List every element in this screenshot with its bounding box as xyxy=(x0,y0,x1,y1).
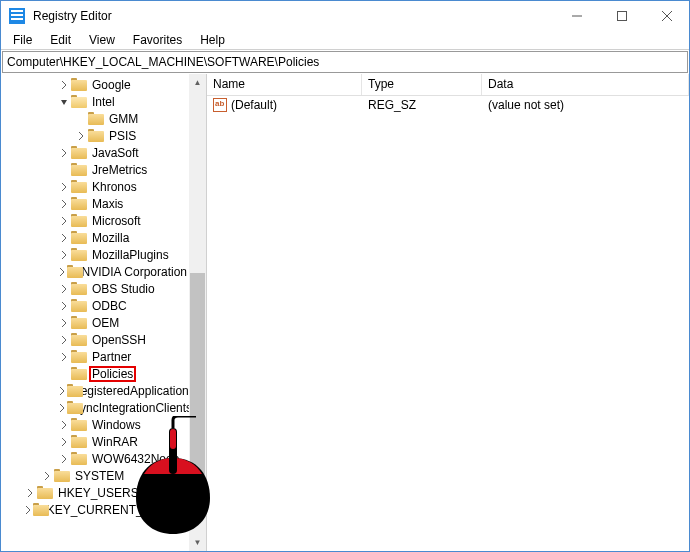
chevron-right-icon[interactable] xyxy=(58,283,70,295)
tree-item[interactable]: NVIDIA Corporation xyxy=(1,263,189,280)
tree-item-label: OEM xyxy=(90,316,121,330)
chevron-right-icon[interactable] xyxy=(58,249,70,261)
tree-item[interactable]: WOW6432Node xyxy=(1,450,189,467)
menu-help[interactable]: Help xyxy=(192,32,233,48)
chevron-right-icon[interactable] xyxy=(75,130,87,142)
tree-item[interactable]: Maxis xyxy=(1,195,189,212)
chevron-right-icon[interactable] xyxy=(58,453,70,465)
folder-icon xyxy=(71,197,87,210)
folder-icon xyxy=(88,129,104,142)
tree-item[interactable]: OEM xyxy=(1,314,189,331)
tree-item[interactable]: Partner xyxy=(1,348,189,365)
tree-item[interactable]: OBS Studio xyxy=(1,280,189,297)
column-name[interactable]: Name xyxy=(207,74,362,95)
folder-icon xyxy=(54,469,70,482)
maximize-button[interactable] xyxy=(599,1,644,30)
tree-item-label: Intel xyxy=(90,95,117,109)
column-data[interactable]: Data xyxy=(482,74,689,95)
scroll-thumb[interactable] xyxy=(190,273,205,513)
tree-item-label: Partner xyxy=(90,350,133,364)
chevron-right-icon[interactable] xyxy=(24,504,32,516)
chevron-right-icon[interactable] xyxy=(58,79,70,91)
tree-item-label: WinRAR xyxy=(90,435,140,449)
tree-item[interactable]: JavaSoft xyxy=(1,144,189,161)
tree-item[interactable]: RegisteredApplications xyxy=(1,382,189,399)
tree-item[interactable]: MozillaPlugins xyxy=(1,246,189,263)
chevron-right-icon[interactable] xyxy=(58,385,66,397)
tree-item[interactable]: Google xyxy=(1,76,189,93)
chevron-right-icon[interactable] xyxy=(58,215,70,227)
tree-item-label: Windows xyxy=(90,418,143,432)
value-type: REG_SZ xyxy=(362,98,482,112)
chevron-right-icon[interactable] xyxy=(24,487,36,499)
folder-icon xyxy=(37,486,53,499)
close-button[interactable] xyxy=(644,1,689,30)
tree-item[interactable]: ODBC xyxy=(1,297,189,314)
tree-item[interactable]: SyncIntegrationClients xyxy=(1,399,189,416)
minimize-button[interactable] xyxy=(554,1,599,30)
window-title: Registry Editor xyxy=(33,9,554,23)
tree-item-label: HKEY_USERS xyxy=(56,486,141,500)
chevron-right-icon[interactable] xyxy=(58,436,70,448)
tree-item[interactable]: SYSTEM xyxy=(1,467,189,484)
tree-item[interactable]: Windows xyxy=(1,416,189,433)
column-type[interactable]: Type xyxy=(362,74,482,95)
menubar: File Edit View Favorites Help xyxy=(1,30,689,50)
tree-view[interactable]: GoogleIntelGMMPSISJavaSoftJreMetricsKhro… xyxy=(1,74,189,551)
chevron-right-icon[interactable] xyxy=(58,334,70,346)
list-header: Name Type Data xyxy=(207,74,689,96)
titlebar[interactable]: Registry Editor xyxy=(1,1,689,30)
chevron-down-icon[interactable] xyxy=(58,96,70,108)
menu-file[interactable]: File xyxy=(5,32,40,48)
scroll-down-arrow[interactable]: ▼ xyxy=(189,534,206,551)
tree-item-label: ODBC xyxy=(90,299,129,313)
list-rows[interactable]: (Default)REG_SZ(value not set) xyxy=(207,96,689,551)
chevron-right-icon[interactable] xyxy=(58,232,70,244)
scroll-up-arrow[interactable]: ▲ xyxy=(189,74,206,91)
chevron-right-icon[interactable] xyxy=(58,300,70,312)
chevron-right-icon[interactable] xyxy=(58,351,70,363)
chevron-right-icon[interactable] xyxy=(58,147,70,159)
tree-item-label: SyncIntegrationClients xyxy=(70,401,189,415)
tree-item-label: NVIDIA Corporation xyxy=(80,265,189,279)
chevron-right-icon[interactable] xyxy=(41,470,53,482)
tree-scrollbar[interactable]: ▲ ▼ xyxy=(189,74,206,551)
menu-edit[interactable]: Edit xyxy=(42,32,79,48)
tree-item-label: Khronos xyxy=(90,180,139,194)
chevron-right-icon[interactable] xyxy=(58,181,70,193)
tree-pane: GoogleIntelGMMPSISJavaSoftJreMetricsKhro… xyxy=(1,74,207,551)
tree-item[interactable]: OpenSSH xyxy=(1,331,189,348)
tree-item[interactable]: Mozilla xyxy=(1,229,189,246)
folder-icon xyxy=(71,282,87,295)
tree-item[interactable]: PSIS xyxy=(1,127,189,144)
tree-item[interactable]: GMM xyxy=(1,110,189,127)
tree-item-label: MozillaPlugins xyxy=(90,248,171,262)
tree-item-label: JavaSoft xyxy=(90,146,141,160)
tree-item[interactable]: WinRAR xyxy=(1,433,189,450)
list-pane: Name Type Data (Default)REG_SZ(value not… xyxy=(207,74,689,551)
chevron-right-icon[interactable] xyxy=(58,198,70,210)
folder-icon xyxy=(71,316,87,329)
regedit-icon xyxy=(9,8,25,24)
tree-item[interactable]: Microsoft xyxy=(1,212,189,229)
tree-item-label: Maxis xyxy=(90,197,125,211)
tree-item-label: Mozilla xyxy=(90,231,131,245)
tree-item[interactable]: Policies xyxy=(1,365,189,382)
tree-item[interactable]: HKEY_USERS xyxy=(1,484,189,501)
menu-favorites[interactable]: Favorites xyxy=(125,32,190,48)
tree-item[interactable]: Khronos xyxy=(1,178,189,195)
tree-item-label: WOW6432Node xyxy=(90,452,181,466)
chevron-right-icon[interactable] xyxy=(58,402,66,414)
chevron-right-icon[interactable] xyxy=(58,419,70,431)
folder-icon xyxy=(71,163,87,176)
tree-item[interactable]: Intel xyxy=(1,93,189,110)
folder-icon xyxy=(71,180,87,193)
menu-view[interactable]: View xyxy=(81,32,123,48)
tree-item[interactable]: JreMetrics xyxy=(1,161,189,178)
address-bar[interactable]: Computer\HKEY_LOCAL_MACHINE\SOFTWARE\Pol… xyxy=(2,51,688,73)
tree-item[interactable]: HKEY_CURRENT_CONFIG xyxy=(1,501,189,518)
chevron-right-icon[interactable] xyxy=(58,266,66,278)
chevron-right-icon[interactable] xyxy=(58,317,70,329)
folder-icon xyxy=(71,367,87,380)
list-row[interactable]: (Default)REG_SZ(value not set) xyxy=(207,96,689,113)
